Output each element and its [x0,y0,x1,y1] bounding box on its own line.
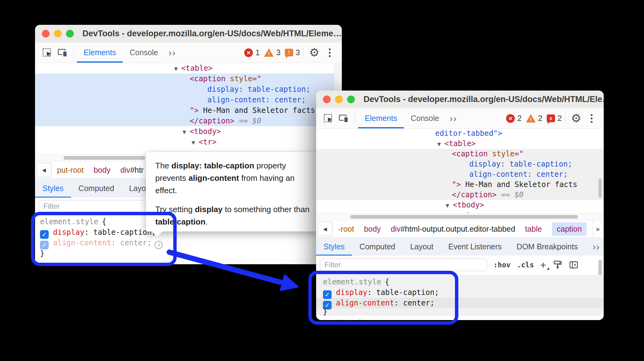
tab-elements[interactable]: Elements [77,42,123,63]
settings-gear-icon[interactable]: ⚙ [568,108,584,128]
breadcrumb-item[interactable]: body [94,163,110,177]
sidebar-tab-computed[interactable]: Computed [71,179,121,198]
device-toolbar-icon[interactable] [55,42,70,63]
toggle-sidebar-icon[interactable] [569,260,579,270]
status-badges: × 2 ! 2 x 2 [506,108,562,128]
dom-tree-row[interactable]: align-content: center; [35,95,342,105]
issues-icon: x [547,114,555,122]
sidebar-tab-layout[interactable]: Layout [403,238,441,256]
breadcrumb-forward-icon[interactable]: ▶ [593,220,604,238]
error-icon: × [244,48,253,57]
annotation-rect-window1 [31,212,177,266]
annotation-rect-window2 [308,271,458,325]
close-window-icon[interactable] [42,30,50,38]
warning-badge[interactable]: ! 3 [264,48,280,57]
more-panels-icon[interactable]: ›› [446,108,461,128]
zoom-window-icon[interactable] [66,30,74,38]
device-toolbar-icon[interactable] [336,108,351,128]
sidebar-tabs: StylesComputedLayoutEvent ListenersDOM B… [316,237,604,256]
inspect-element-icon[interactable] [39,42,55,63]
dom-tree-row[interactable]: align-content: center; [316,169,604,180]
dom-tree-row[interactable]: display: table-caption; [35,84,342,95]
warning-icon: ! [264,48,274,57]
tab-console[interactable]: Console [123,42,165,63]
dom-tree-row[interactable]: editor-tabbed"> [316,128,604,139]
stylesheet-source-link[interactable]: caption.htm [265,262,315,264]
breadcrumb-item[interactable]: div#html-output.output.editor-tabbed [391,222,515,236]
dom-tree-row[interactable]: "> He-Man and Skeletor facts [316,180,604,190]
issues-count: 3 [296,48,300,57]
new-style-rule-button[interactable]: + [540,260,546,270]
breadcrumb-item[interactable]: put-root [57,163,84,177]
vertical-scrollbar-thumb[interactable] [598,179,602,198]
breadcrumb-item[interactable]: div#htr [120,163,143,177]
styles-filter-input[interactable] [320,259,487,271]
close-window-icon[interactable] [323,96,331,103]
tooltip-paragraph: The display: table-caption property prev… [155,159,318,197]
error-count: 1 [255,48,260,57]
zoom-window-icon[interactable] [347,96,355,103]
breadcrumb-back-icon[interactable]: ◀ [318,222,333,236]
breadcrumb-back-icon[interactable]: ◀ [37,163,51,177]
error-badge[interactable]: × 1 [244,48,260,57]
dom-tree-row[interactable]: <caption style=" [35,74,342,84]
toolbar-divider [565,113,565,124]
warning-count: 2 [538,114,542,123]
sidebar-tab-styles[interactable]: Styles [316,238,352,256]
issues-badge[interactable]: ! 3 [285,48,300,57]
settings-gear-icon[interactable]: ⚙ [307,42,322,63]
window-titlebar[interactable]: DevTools - developer.mozilla.org/en-US/d… [316,91,604,109]
traffic-lights [323,96,355,103]
tab-console[interactable]: Console [404,108,446,128]
dom-tree-row[interactable]: ▼ <tr> [35,137,342,147]
error-count: 2 [517,114,522,123]
sidebar-tab-event-listeners[interactable]: Event Listeners [441,238,509,256]
dom-tree-row[interactable]: ▼ <table> [35,63,342,74]
more-panels-icon[interactable]: ›› [165,42,180,63]
sidebar-tab-dom-breakpoints[interactable]: DOM Breakpoints [509,238,585,256]
tab-elements[interactable]: Elements [358,108,404,128]
breadcrumb-item[interactable]: -root [338,222,354,236]
breadcrumb-item[interactable]: table [525,222,542,236]
window-title: DevTools - developer.mozilla.org/en-US/d… [82,29,342,38]
sidebar-tab-computed[interactable]: Computed [352,238,403,256]
minimize-window-icon[interactable] [54,30,62,38]
inspect-element-icon[interactable] [320,108,336,128]
error-badge[interactable]: × 2 [506,114,522,123]
dom-tree-row[interactable]: ▼ <tbody> [35,126,342,137]
toggle-element-state-button[interactable]: :hov [493,261,510,269]
window-titlebar[interactable]: DevTools - developer.mozilla.org/en-US/d… [35,25,342,43]
traffic-lights [42,30,74,38]
paint-roller-icon[interactable] [553,260,562,270]
dom-tree-row[interactable]: ▼ <tbody> [316,200,604,210]
minimize-window-icon[interactable] [335,96,343,103]
more-sidebar-tabs-icon[interactable]: ›› [589,238,604,256]
dom-tree-row[interactable]: ▼ <table> [316,139,604,149]
issues-badge[interactable]: x 2 [547,114,562,123]
dom-tree-row[interactable]: "> He-Man and Skeletor facts [35,105,342,116]
devtools-toolbar: Elements Console ›› × 1 ! 3 ! 3 ⚙ [35,42,342,63]
dom-tree-row[interactable]: ▼ <tr [316,210,604,213]
dom-tree-row[interactable]: display: table-caption; [316,159,604,169]
toolbar-divider [303,47,303,58]
kebab-menu-icon[interactable] [322,42,337,63]
dom-tree-row[interactable]: </caption> == $0 [316,190,604,200]
warning-badge[interactable]: ! 2 [526,114,542,123]
error-icon: × [506,114,515,123]
warning-icon: ! [526,114,536,123]
scrollbar-thumb[interactable] [64,156,145,160]
breadcrumb: ◀ -rootbodydiv#html-output.output.editor… [316,220,604,238]
window-title: DevTools - developer.mozilla.org/en-US/d… [364,95,604,104]
horizontal-scrollbar[interactable] [316,213,604,220]
dom-tree: editor-tabbed">▼ <table><caption style="… [316,128,604,213]
scrollbar-thumb[interactable] [350,215,578,219]
tooltip-paragraph: Try setting display to something other t… [155,203,318,228]
element-classes-button[interactable]: .cls [517,261,534,269]
dom-tree-row[interactable]: </caption> == $0 [35,116,342,126]
breadcrumb-item[interactable]: caption [552,222,587,236]
status-badges: × 1 ! 3 ! 3 [244,42,300,63]
dom-tree-row[interactable]: <caption style=" [316,149,604,159]
kebab-menu-icon[interactable] [584,108,599,128]
sidebar-tab-styles[interactable]: Styles [35,179,71,198]
breadcrumb-item[interactable]: body [364,222,381,236]
